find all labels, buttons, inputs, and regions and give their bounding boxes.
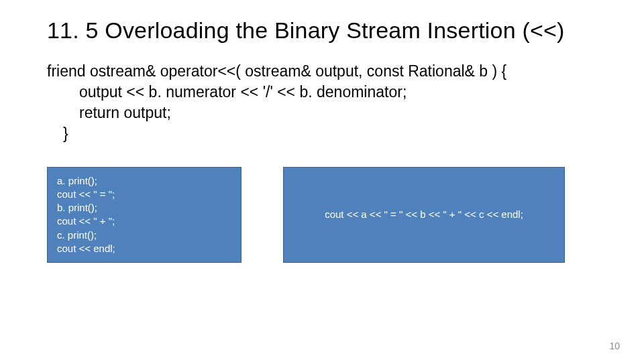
code-line: cout << " + "; bbox=[57, 215, 231, 228]
code-line: friend ostream& operator<<( ostream& out… bbox=[47, 61, 597, 82]
code-block-main: friend ostream& operator<<( ostream& out… bbox=[47, 61, 597, 144]
code-line: cout << endl; bbox=[57, 242, 231, 255]
code-line: } bbox=[47, 123, 597, 144]
page-number: 10 bbox=[609, 341, 620, 351]
code-line: cout << a << " = " << b << " + " << c <<… bbox=[325, 208, 523, 221]
after-box: cout << a << " = " << b << " + " << c <<… bbox=[283, 167, 565, 263]
comparison-row: a. print(); cout << " = "; b. print(); c… bbox=[47, 167, 597, 263]
slide-title: 11. 5 Overloading the Binary Stream Inse… bbox=[47, 16, 597, 45]
code-line: a. print(); bbox=[57, 174, 231, 188]
code-line: b. print(); bbox=[57, 201, 231, 215]
code-line: output << b. numerator << '/' << b. deno… bbox=[47, 82, 597, 103]
code-line: cout << " = "; bbox=[57, 188, 231, 201]
code-line: return output; bbox=[47, 103, 597, 123]
slide: 11. 5 Overloading the Binary Stream Inse… bbox=[0, 0, 644, 362]
before-box: a. print(); cout << " = "; b. print(); c… bbox=[47, 167, 241, 263]
code-line: c. print(); bbox=[57, 229, 231, 242]
